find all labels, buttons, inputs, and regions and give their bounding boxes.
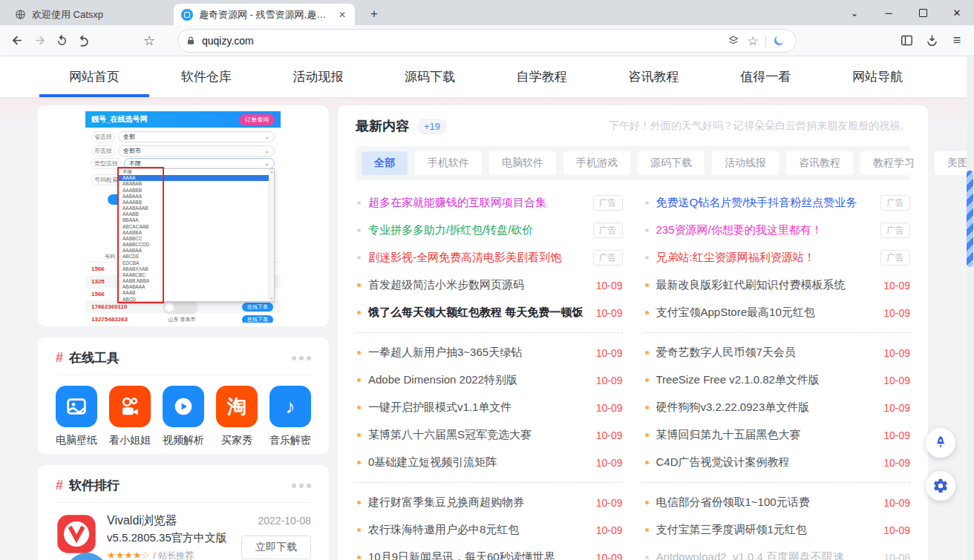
tab-search-icon[interactable]: ⌄ [837, 0, 872, 25]
list-item[interactable]: 0基础建立短视频引流矩阵 10-09 [356, 449, 623, 476]
list-item[interactable]: 某博回归第九十五届黑色大赛 10-09 [644, 421, 911, 449]
category-tab[interactable]: 活动线报 [712, 151, 779, 175]
maximize-button[interactable] [906, 0, 940, 25]
category-tab[interactable]: 咨讯教程 [786, 151, 853, 175]
back-button[interactable] [6, 30, 28, 52]
item-date: 10-09 [596, 402, 623, 414]
dark-mode-moon-icon[interactable] [769, 31, 788, 50]
address-bar[interactable]: quqizy.com ☆ [177, 29, 797, 53]
url-text[interactable]: quqizy.com [202, 35, 724, 47]
category-tab[interactable]: 手机游戏 [563, 151, 630, 175]
nav-item[interactable]: 网站导航 [823, 56, 932, 97]
list-item[interactable]: 专业拼多多助力/拆红包/转盘/砍价 广告 [356, 217, 623, 244]
download-now-button[interactable]: 立即下载 [241, 536, 311, 559]
item-date: 10-09 [596, 497, 623, 509]
refresh-button[interactable] [50, 30, 73, 52]
list-item[interactable]: Antdownload2_v1.0.4 百度网盘不限速 10-08 [644, 544, 911, 560]
category-tab[interactable]: 全部 [362, 151, 408, 175]
order-button: 在线下单 [242, 303, 273, 312]
list-item[interactable]: 一拳超人新用户抽3~365天绿钻 10-09 [356, 339, 623, 366]
list-item[interactable]: 免费送Q钻名片赞/快手抖音粉丝点赞业务 广告 [644, 189, 911, 217]
nav-item[interactable]: 软件仓库 [151, 56, 261, 97]
new-tab-button[interactable]: + [365, 6, 383, 24]
tab-close-icon[interactable]: ✕ [337, 10, 347, 20]
tool-video-parse[interactable]: 视频解析 [163, 386, 204, 447]
list-item[interactable]: 硬件狗狗v3.2.22.0923单文件版 10-09 [644, 394, 911, 421]
list-item[interactable]: 兄弟站:红尘资源网福利资源站！ 广告 [644, 244, 911, 271]
list-item[interactable]: Adobe Dimension 2022特别版 10-09 [356, 366, 623, 394]
bullet-icon [357, 461, 361, 464]
settings-button[interactable] [926, 471, 955, 501]
menu-icon[interactable]: ≡ [946, 29, 968, 51]
category-tab[interactable]: 教程学习 [860, 151, 927, 175]
scroll-up-icon: ▲ [270, 170, 273, 174]
category-tab[interactable]: 源码下载 [638, 151, 705, 175]
nav-item[interactable]: 咨讯教程 [599, 56, 709, 97]
nav-item[interactable]: 活动现报 [263, 56, 373, 97]
featured-post-card[interactable]: 靓号_在线选号网 订单查询 省选择 全部⌄ 市选择 全部市⌄ 类型选择 不限⌄ … [38, 105, 329, 326]
category-tab[interactable]: 手机软件 [415, 151, 482, 175]
nav-item[interactable]: 值得一看 [710, 56, 820, 97]
app-version: v5.5.2805.35官方中文版 [107, 531, 232, 545]
list-item[interactable]: 建行财富季集豆兑换商超购物券 10-09 [356, 489, 623, 516]
bullet-icon [357, 406, 361, 409]
list-item[interactable]: 支付宝第三季度调研领1元红包 10-09 [644, 516, 911, 544]
nav-item-label: 网站导航 [852, 68, 903, 85]
back-to-top-button[interactable] [926, 428, 955, 458]
home-button[interactable]: ☆ [138, 30, 160, 52]
list-item[interactable]: 235资源网/你想要的我这里都有！ 广告 [644, 217, 911, 244]
scrollbar-thumb[interactable] [967, 171, 973, 267]
download-icon[interactable] [921, 29, 943, 51]
list-item[interactable]: 支付宝领AppStore最高10元红包 10-09 [644, 299, 911, 326]
bookmark-star-icon[interactable]: ☆ [743, 31, 762, 50]
list-item[interactable]: TreeSize Free v2.1.0.82单文件版 10-09 [644, 366, 911, 394]
bullet-icon [357, 311, 361, 314]
close-window-button[interactable]: ✕ [940, 0, 974, 25]
tool-list: 电脑壁纸 看小姐姐 视频解析 淘 [56, 386, 311, 447]
dropdown-option: ABABAB [119, 181, 274, 187]
article-list: 超多在家就能赚钱的互联网项目合集 广告 专业拼多多助力/拆红包/转盘/砍价 广告 [356, 189, 910, 560]
list-item[interactable]: 爱奇艺数字人民币领7天会员 10-09 [644, 339, 911, 366]
list-item[interactable]: 超多在家就能赚钱的互联网项目合集 广告 [356, 189, 623, 217]
list-item[interactable]: 10月9日新闻早讯，每天60秒读懂世界 10-09 [356, 544, 623, 560]
card-title: 软件排行 [69, 477, 120, 494]
list-item[interactable]: 一键开启护眼模式v1.1单文件 10-09 [356, 394, 623, 421]
nav-item-label: 网站首页 [69, 68, 120, 85]
side-panel-icon[interactable] [895, 29, 918, 51]
list-column: 电信部分省份领取1~100元话费 10-09 支付宝第三季度调研领1元红包 [644, 489, 911, 560]
dropdown-option: ABABAAA [119, 284, 274, 290]
ranking-entry[interactable]: Vivaldi浏览器 v5.5.2805.35官方中文版 ★★★★☆/ 站长推荐… [56, 513, 311, 560]
tool-music-decrypt[interactable]: ♪ 音乐解密 [269, 386, 311, 447]
browser-tab-quqizy[interactable]: 趣奇资源网 - 残雪资源网,趣味奇妙 ✕ [174, 4, 355, 25]
undo-button[interactable] [73, 30, 95, 52]
list-item[interactable]: 剧迷影视-全网免费高清电影美剧看到饱 广告 [356, 244, 623, 271]
list-item[interactable]: 农行珠海特邀用户必中8元红包 10-09 [356, 516, 623, 544]
tab-title: 趣奇资源网 - 残雪资源网,趣味奇妙 [199, 8, 331, 22]
nav-item[interactable]: 自学教程 [487, 56, 597, 97]
forward-button[interactable] [28, 30, 50, 52]
layers-icon[interactable] [724, 31, 743, 50]
undo-arrow-icon [77, 33, 91, 47]
browser-tab-welcome[interactable]: 欢迎使用 Catsxp [7, 4, 172, 25]
nav-item-label: 源码下载 [405, 68, 455, 85]
globe-icon [15, 9, 26, 20]
tool-girls[interactable]: 看小姐姐 [109, 386, 151, 447]
nav-item[interactable]: 源码下载 [375, 56, 485, 97]
list-item[interactable]: 首发超级简洁小米步数网页源码 10-09 [356, 271, 623, 299]
tool-taobao-show[interactable]: 淘 买家秀 [216, 386, 258, 447]
list-item[interactable]: 某博第八十六届黑S冠军竞选大赛 10-09 [356, 421, 623, 449]
list-item[interactable]: 饿了么每天领大额红包教程 每天免费一顿饭 10-09 [356, 299, 623, 326]
more-dots-icon[interactable] [292, 356, 311, 360]
page-scrollbar[interactable] [967, 56, 974, 560]
more-dots-icon[interactable] [292, 484, 311, 488]
item-title: 饿了么每天领大额红包教程 每天免费一顿饭 [368, 306, 583, 320]
list-item[interactable]: 最新改良版彩虹代刷知识付费模板系统 10-09 [644, 271, 911, 299]
minimize-button[interactable]: ─ [872, 0, 906, 25]
list-item[interactable]: 电信部分省份领取1~100元话费 10-09 [644, 489, 911, 516]
ad-badge: 广告 [593, 223, 623, 238]
category-tab[interactable]: 电脑软件 [489, 151, 556, 175]
site-favicon-icon [181, 9, 193, 21]
list-item[interactable]: C4D广告视觉设计案例教程 10-09 [644, 449, 911, 476]
nav-item[interactable]: 网站首页 [39, 56, 149, 97]
tool-wallpaper[interactable]: 电脑壁纸 [56, 386, 97, 447]
